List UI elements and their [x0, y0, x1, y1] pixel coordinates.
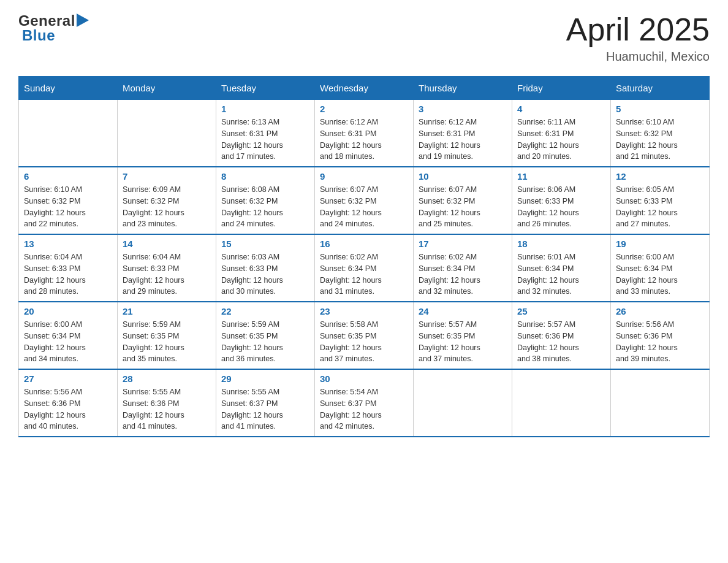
- svg-marker-0: [77, 13, 89, 27]
- calendar-cell: 28Sunrise: 5:55 AMSunset: 6:36 PMDayligh…: [118, 369, 216, 437]
- day-info: Sunrise: 6:08 AMSunset: 6:32 PMDaylight:…: [221, 184, 309, 230]
- day-number: 13: [24, 239, 112, 249]
- calendar-cell: 25Sunrise: 5:57 AMSunset: 6:36 PMDayligh…: [512, 302, 611, 369]
- logo-blue-text: Blue: [22, 27, 55, 44]
- day-info: Sunrise: 5:55 AMSunset: 6:36 PMDaylight:…: [123, 386, 211, 432]
- calendar-cell: 24Sunrise: 5:57 AMSunset: 6:35 PMDayligh…: [414, 302, 512, 369]
- calendar-cell: 17Sunrise: 6:02 AMSunset: 6:34 PMDayligh…: [414, 234, 512, 302]
- day-number: 29: [221, 373, 309, 384]
- day-info: Sunrise: 5:57 AMSunset: 6:36 PMDaylight:…: [517, 319, 605, 365]
- day-info: Sunrise: 6:13 AMSunset: 6:31 PMDaylight:…: [221, 117, 309, 163]
- day-number: 19: [616, 239, 704, 249]
- calendar-cell: 27Sunrise: 5:56 AMSunset: 6:36 PMDayligh…: [19, 369, 118, 437]
- calendar-cell: 21Sunrise: 5:59 AMSunset: 6:35 PMDayligh…: [118, 302, 216, 369]
- calendar-cell: [118, 100, 216, 167]
- calendar-cell: 10Sunrise: 6:07 AMSunset: 6:32 PMDayligh…: [414, 167, 512, 234]
- day-number: 4: [517, 104, 605, 114]
- day-number: 16: [320, 239, 408, 249]
- day-number: 10: [419, 171, 507, 182]
- calendar-cell: 20Sunrise: 6:00 AMSunset: 6:34 PMDayligh…: [19, 302, 118, 369]
- calendar-cell: 4Sunrise: 6:11 AMSunset: 6:31 PMDaylight…: [512, 100, 611, 167]
- day-info: Sunrise: 6:04 AMSunset: 6:33 PMDaylight:…: [123, 251, 211, 297]
- day-number: 25: [517, 306, 605, 316]
- day-info: Sunrise: 6:07 AMSunset: 6:32 PMDaylight:…: [320, 184, 408, 230]
- day-info: Sunrise: 6:10 AMSunset: 6:32 PMDaylight:…: [616, 117, 704, 163]
- day-number: 17: [419, 239, 507, 249]
- day-number: 5: [616, 104, 704, 114]
- calendar-cell: 3Sunrise: 6:12 AMSunset: 6:31 PMDaylight…: [414, 100, 512, 167]
- day-number: 28: [123, 373, 211, 384]
- calendar-cell: 5Sunrise: 6:10 AMSunset: 6:32 PMDaylight…: [611, 100, 710, 167]
- day-info: Sunrise: 6:05 AMSunset: 6:33 PMDaylight:…: [616, 184, 704, 230]
- calendar-cell: 30Sunrise: 5:54 AMSunset: 6:37 PMDayligh…: [315, 369, 414, 437]
- weekday-header-saturday: Saturday: [611, 77, 710, 100]
- calendar-week-1: 1Sunrise: 6:13 AMSunset: 6:31 PMDaylight…: [19, 100, 710, 167]
- day-info: Sunrise: 6:04 AMSunset: 6:33 PMDaylight:…: [24, 251, 112, 297]
- calendar-week-5: 27Sunrise: 5:56 AMSunset: 6:36 PMDayligh…: [19, 369, 710, 437]
- calendar-cell: 8Sunrise: 6:08 AMSunset: 6:32 PMDaylight…: [216, 167, 315, 234]
- day-number: 7: [123, 171, 211, 182]
- logo-arrow-icon: [77, 13, 89, 27]
- calendar-cell: [611, 369, 710, 437]
- day-info: Sunrise: 6:00 AMSunset: 6:34 PMDaylight:…: [616, 251, 704, 297]
- day-number: 26: [616, 306, 704, 316]
- calendar-cell: 2Sunrise: 6:12 AMSunset: 6:31 PMDaylight…: [315, 100, 414, 167]
- calendar-cell: 12Sunrise: 6:05 AMSunset: 6:33 PMDayligh…: [611, 167, 710, 234]
- day-info: Sunrise: 6:06 AMSunset: 6:33 PMDaylight:…: [517, 184, 605, 230]
- day-info: Sunrise: 6:03 AMSunset: 6:33 PMDaylight:…: [221, 251, 309, 297]
- calendar-subtitle: Huamuchil, Mexico: [566, 50, 710, 64]
- day-number: 1: [221, 104, 309, 114]
- calendar-cell: [414, 369, 512, 437]
- day-info: Sunrise: 5:58 AMSunset: 6:35 PMDaylight:…: [320, 319, 408, 365]
- day-info: Sunrise: 5:56 AMSunset: 6:36 PMDaylight:…: [616, 319, 704, 365]
- calendar-week-4: 20Sunrise: 6:00 AMSunset: 6:34 PMDayligh…: [19, 302, 710, 369]
- day-number: 21: [123, 306, 211, 316]
- day-info: Sunrise: 6:12 AMSunset: 6:31 PMDaylight:…: [419, 117, 507, 163]
- calendar-table: SundayMondayTuesdayWednesdayThursdayFrid…: [18, 76, 710, 437]
- calendar-cell: 16Sunrise: 6:02 AMSunset: 6:34 PMDayligh…: [315, 234, 414, 302]
- day-number: 23: [320, 306, 408, 316]
- calendar-cell: 6Sunrise: 6:10 AMSunset: 6:32 PMDaylight…: [19, 167, 118, 234]
- calendar-cell: [512, 369, 611, 437]
- page-header: General Blue April 2025 Huamuchil, Mexic…: [18, 12, 710, 64]
- calendar-cell: [19, 100, 118, 167]
- day-info: Sunrise: 6:00 AMSunset: 6:34 PMDaylight:…: [24, 319, 112, 365]
- day-info: Sunrise: 5:59 AMSunset: 6:35 PMDaylight:…: [123, 319, 211, 365]
- day-info: Sunrise: 6:10 AMSunset: 6:32 PMDaylight:…: [24, 184, 112, 230]
- logo: General Blue: [18, 12, 89, 44]
- calendar-cell: 22Sunrise: 5:59 AMSunset: 6:35 PMDayligh…: [216, 302, 315, 369]
- day-number: 18: [517, 239, 605, 249]
- calendar-week-3: 13Sunrise: 6:04 AMSunset: 6:33 PMDayligh…: [19, 234, 710, 302]
- weekday-header-friday: Friday: [512, 77, 611, 100]
- day-info: Sunrise: 6:02 AMSunset: 6:34 PMDaylight:…: [419, 251, 507, 297]
- title-section: April 2025 Huamuchil, Mexico: [566, 12, 710, 64]
- day-info: Sunrise: 6:09 AMSunset: 6:32 PMDaylight:…: [123, 184, 211, 230]
- calendar-header-row: SundayMondayTuesdayWednesdayThursdayFrid…: [19, 77, 710, 100]
- calendar-cell: 29Sunrise: 5:55 AMSunset: 6:37 PMDayligh…: [216, 369, 315, 437]
- day-info: Sunrise: 6:01 AMSunset: 6:34 PMDaylight:…: [517, 251, 605, 297]
- weekday-header-sunday: Sunday: [19, 77, 118, 100]
- day-number: 2: [320, 104, 408, 114]
- day-info: Sunrise: 6:07 AMSunset: 6:32 PMDaylight:…: [419, 184, 507, 230]
- calendar-week-2: 6Sunrise: 6:10 AMSunset: 6:32 PMDaylight…: [19, 167, 710, 234]
- calendar-cell: 7Sunrise: 6:09 AMSunset: 6:32 PMDaylight…: [118, 167, 216, 234]
- weekday-header-wednesday: Wednesday: [315, 77, 414, 100]
- day-info: Sunrise: 5:59 AMSunset: 6:35 PMDaylight:…: [221, 319, 309, 365]
- day-number: 8: [221, 171, 309, 182]
- day-info: Sunrise: 5:57 AMSunset: 6:35 PMDaylight:…: [419, 319, 507, 365]
- calendar-cell: 18Sunrise: 6:01 AMSunset: 6:34 PMDayligh…: [512, 234, 611, 302]
- day-info: Sunrise: 5:55 AMSunset: 6:37 PMDaylight:…: [221, 386, 309, 432]
- calendar-cell: 23Sunrise: 5:58 AMSunset: 6:35 PMDayligh…: [315, 302, 414, 369]
- day-number: 24: [419, 306, 507, 316]
- day-number: 11: [517, 171, 605, 182]
- weekday-header-tuesday: Tuesday: [216, 77, 315, 100]
- calendar-title: April 2025: [566, 12, 710, 47]
- calendar-cell: 9Sunrise: 6:07 AMSunset: 6:32 PMDaylight…: [315, 167, 414, 234]
- day-info: Sunrise: 6:02 AMSunset: 6:34 PMDaylight:…: [320, 251, 408, 297]
- calendar-cell: 1Sunrise: 6:13 AMSunset: 6:31 PMDaylight…: [216, 100, 315, 167]
- calendar-cell: 11Sunrise: 6:06 AMSunset: 6:33 PMDayligh…: [512, 167, 611, 234]
- day-number: 14: [123, 239, 211, 249]
- day-number: 6: [24, 171, 112, 182]
- calendar-cell: 14Sunrise: 6:04 AMSunset: 6:33 PMDayligh…: [118, 234, 216, 302]
- day-number: 3: [419, 104, 507, 114]
